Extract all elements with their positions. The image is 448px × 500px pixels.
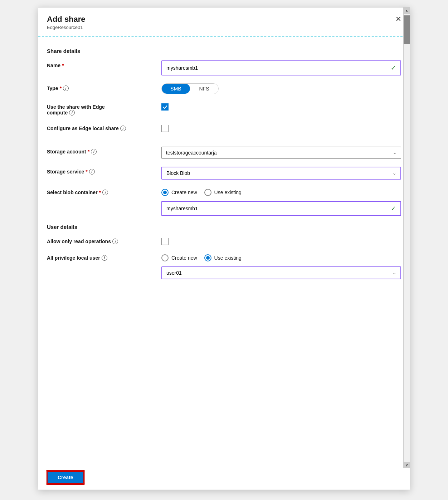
edge-compute-info-icon[interactable]: i (69, 110, 75, 116)
privilege-user-use-existing-radio-inner (206, 256, 210, 260)
storage-account-row: Storage account * i teststorageaccountar… (47, 147, 401, 159)
edge-local-share-info-icon[interactable]: i (120, 126, 126, 131)
blob-container-create-new-option[interactable]: Create new (161, 189, 197, 196)
check-icon (162, 104, 167, 109)
edge-local-share-checkbox[interactable] (161, 125, 169, 132)
scrollbar-thumb[interactable] (404, 15, 410, 44)
allow-read-row: Allow only read operations i (47, 236, 401, 245)
type-field-row: Type * i SMB NFS (47, 83, 401, 94)
allow-read-checkbox-wrapper (161, 236, 401, 245)
dialog-body: Share details Name * mysharesmb1 ✓ Type … (38, 36, 410, 465)
privilege-user-use-existing-option[interactable]: Use existing (204, 254, 242, 261)
storage-account-chevron-icon: ⌄ (393, 150, 396, 155)
scroll-up-icon: ∧ (405, 9, 408, 13)
edge-compute-checkbox-wrapper (161, 102, 401, 111)
dialog-header: Add share EdgeResource01 ✕ (38, 8, 410, 36)
type-toggle-wrapper: SMB NFS (161, 83, 401, 94)
scroll-down-icon: ∨ (405, 463, 408, 467)
blob-container-create-new-radio-inner (163, 191, 167, 194)
edge-local-share-checkbox-wrapper (161, 123, 401, 132)
blob-container-use-existing-option[interactable]: Use existing (204, 189, 242, 196)
name-input-value: mysharesmb1 (166, 65, 198, 71)
edge-local-share-label: Configure as Edge local share i (47, 123, 161, 131)
blob-container-control: Create new Use existing mysharesmb1 ✓ (161, 187, 401, 216)
privilege-user-chevron-icon: ⌄ (393, 270, 396, 275)
privilege-user-select[interactable]: user01 ⌄ (161, 266, 401, 279)
storage-service-required-star: * (86, 169, 87, 175)
add-share-dialog: Add share EdgeResource01 ✕ ∧ ∨ Share det… (38, 7, 410, 490)
name-valid-check: ✓ (391, 64, 396, 72)
blob-container-info-icon[interactable]: i (102, 190, 108, 195)
blob-container-row: Select blob container * i Create new Use… (47, 187, 401, 216)
name-label: Name * (47, 60, 161, 68)
storage-account-required-star: * (88, 149, 89, 155)
create-button[interactable]: Create (47, 471, 84, 484)
privilege-user-create-new-radio[interactable] (161, 254, 169, 261)
storage-service-label: Storage service * i (47, 167, 161, 175)
storage-account-select[interactable]: teststorageaccountarja ⌄ (161, 147, 401, 159)
storage-service-chevron-icon: ⌄ (393, 171, 396, 176)
storage-service-select[interactable]: Block Blob ⌄ (161, 167, 401, 180)
storage-account-select-wrapper: teststorageaccountarja ⌄ (161, 147, 401, 159)
privilege-user-radio-group: Create new Use existing (161, 253, 401, 261)
blob-container-create-new-radio[interactable] (161, 189, 169, 196)
storage-service-value: Block Blob (166, 170, 190, 176)
name-input-wrapper: mysharesmb1 ✓ (161, 60, 401, 75)
dialog-footer: Create (38, 465, 410, 490)
name-field-row: Name * mysharesmb1 ✓ (47, 60, 401, 75)
bottom-spacer (47, 287, 401, 302)
storage-account-value: teststorageaccountarja (166, 150, 217, 156)
privilege-user-info-icon[interactable]: i (102, 255, 107, 261)
blob-container-new-value: mysharesmb1 (166, 206, 198, 211)
storage-account-info-icon[interactable]: i (91, 149, 97, 155)
storage-account-label: Storage account * i (47, 147, 161, 155)
name-required-star: * (62, 63, 64, 68)
blob-container-use-existing-radio[interactable] (204, 189, 211, 196)
storage-service-info-icon[interactable]: i (89, 169, 95, 175)
blob-container-use-existing-label: Use existing (214, 190, 242, 195)
close-button[interactable]: ✕ (393, 13, 404, 25)
privilege-user-row: All privilege local user i Create new Us… (47, 253, 401, 279)
blob-container-required-star: * (99, 190, 101, 195)
type-smb-button[interactable]: SMB (162, 84, 190, 94)
dialog-subtitle: EdgeResource01 (47, 25, 401, 30)
allow-read-info-icon[interactable]: i (112, 239, 118, 244)
edge-compute-label: Use the share with Edge compute i (47, 102, 161, 116)
blob-container-valid-check: ✓ (391, 205, 396, 212)
blob-container-new-input[interactable]: mysharesmb1 ✓ (161, 201, 401, 216)
edge-compute-row: Use the share with Edge compute i (47, 102, 401, 116)
allow-read-checkbox[interactable] (161, 238, 169, 245)
privilege-user-use-existing-label: Use existing (214, 255, 242, 261)
scrollbar-track: ∧ ∨ (403, 8, 410, 468)
blob-container-label: Select blob container * i (47, 187, 161, 195)
edge-local-share-row: Configure as Edge local share i (47, 123, 401, 132)
privilege-user-create-new-option[interactable]: Create new (161, 254, 197, 261)
share-details-section-title: Share details (47, 48, 401, 54)
storage-service-row: Storage service * i Block Blob ⌄ (47, 167, 401, 180)
type-required-star: * (60, 85, 62, 91)
storage-service-select-wrapper: Block Blob ⌄ (161, 167, 401, 180)
user-details-section-title: User details (47, 224, 401, 230)
type-toggle-group: SMB NFS (161, 83, 219, 94)
blob-container-new-value-section: mysharesmb1 ✓ (161, 201, 401, 216)
edge-local-share-checkbox-area (161, 123, 401, 132)
privilege-user-select-section: user01 ⌄ (161, 266, 401, 279)
edge-compute-checkbox-area (161, 102, 401, 111)
allow-read-checkbox-area (161, 236, 401, 245)
blob-container-create-new-label: Create new (171, 190, 197, 195)
dialog-title: Add share (47, 15, 401, 24)
scrollbar-up-button[interactable]: ∧ (404, 8, 410, 14)
privilege-user-use-existing-radio[interactable] (204, 254, 211, 261)
type-label: Type * i (47, 83, 161, 91)
privilege-user-control: Create new Use existing user01 ⌄ (161, 253, 401, 279)
divider1 (47, 140, 401, 140)
name-input-display[interactable]: mysharesmb1 ✓ (161, 60, 401, 75)
type-info-icon[interactable]: i (63, 85, 69, 91)
scrollbar-down-button[interactable]: ∨ (404, 462, 410, 468)
allow-read-label: Allow only read operations i (47, 236, 161, 244)
edge-compute-checkbox[interactable] (161, 103, 169, 111)
type-nfs-button[interactable]: NFS (190, 84, 218, 94)
privilege-user-value: user01 (166, 270, 182, 276)
privilege-user-label: All privilege local user i (47, 253, 161, 261)
privilege-user-create-new-label: Create new (171, 255, 197, 261)
